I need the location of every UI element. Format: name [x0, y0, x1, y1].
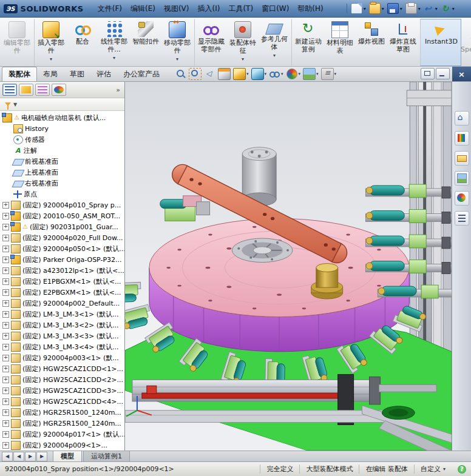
- custom-dropdown[interactable]: 自定义 ▾: [414, 464, 452, 474]
- tree-item[interactable]: + ⚠ (固定) 920004p003<1> (默...: [0, 352, 124, 363]
- expand-icon[interactable]: +: [2, 398, 9, 405]
- feature-manager-tab-icon[interactable]: [2, 84, 17, 96]
- graphics-viewport[interactable]: [125, 82, 452, 451]
- tree-item[interactable]: + ⚠ 右视基准面: [0, 178, 124, 189]
- section-view-icon[interactable]: ▾: [217, 68, 231, 80]
- tree-item[interactable]: + ⚠ (固定) 920004p017<1> (默认...: [0, 429, 124, 440]
- expand-icon[interactable]: +: [2, 387, 9, 394]
- display-style-icon[interactable]: ▾: [251, 68, 268, 80]
- ribbon-button[interactable]: 爆炸视图 ▾: [356, 19, 387, 66]
- print-icon[interactable]: ▾: [405, 3, 422, 14]
- view-settings-icon[interactable]: ▾: [320, 68, 337, 80]
- ribbon-button[interactable]: 移动零部件 ▾: [161, 19, 193, 66]
- menu-item[interactable]: 视图(V): [160, 2, 194, 16]
- expand-icon[interactable]: +: [2, 409, 9, 416]
- dropdown-caret-icon[interactable]: ▾: [400, 6, 402, 12]
- ribbon-button[interactable]: 参考几何体 ▾: [259, 19, 290, 66]
- tree-item[interactable]: + ⚠ (固定) HGW25CAZ1CDD<3>...: [0, 385, 124, 396]
- ribbon-button[interactable]: 装配体特征 ▾: [227, 19, 259, 66]
- ribbon-button[interactable]: 线性零部件... ▾: [98, 19, 130, 66]
- tree-item[interactable]: + ⚠ (固定) LM-3_LM-3<4> (默认...: [0, 341, 124, 352]
- hide-show-items-icon[interactable]: ▾: [268, 69, 284, 79]
- tree-item[interactable]: + ⚠ (固定) HGW25CAZ1CDD<2>...: [0, 374, 124, 385]
- expand-icon[interactable]: +: [2, 333, 9, 340]
- apply-scene-icon[interactable]: ▾: [302, 68, 319, 80]
- configuration-manager-tab-icon[interactable]: [35, 84, 50, 96]
- expand-icon[interactable]: +: [2, 224, 9, 230]
- expand-icon[interactable]: +: [2, 420, 9, 427]
- expand-icon[interactable]: +: [2, 300, 9, 307]
- tree-item[interactable]: + ⚠ (固定) E2PBGXM<1> (默认<...: [0, 287, 124, 298]
- menu-item[interactable]: 插入(I): [194, 2, 225, 16]
- view-palette-icon[interactable]: [455, 171, 469, 186]
- gold-bushing[interactable]: [311, 264, 343, 299]
- ribbon-button[interactable]: 显示隐藏零部件 ▾: [194, 19, 227, 66]
- last-tab-icon[interactable]: ▶: [36, 452, 47, 461]
- tree-item[interactable]: + ⚠ 上视基准面: [0, 167, 124, 178]
- ribbon-button[interactable]: 编辑零部件 ▾: [1, 19, 33, 66]
- tree-item[interactable]: + ⚠ (固定) HGR25R1500_1240m...: [0, 418, 124, 429]
- tree-item[interactable]: + ⚠ (固定) Parker Origa-OSP-P32...: [0, 254, 124, 265]
- ribbon-button[interactable]: 更新Speedpak ▾: [461, 19, 471, 66]
- model-tab[interactable]: 运动算例1: [83, 451, 130, 462]
- tree-item[interactable]: + ⚠ (固定) HGW25CAZ1CDD<4>...: [0, 396, 124, 407]
- ribbon-button[interactable]: Instant3D ▾: [420, 19, 461, 66]
- property-manager-tab-icon[interactable]: [19, 84, 33, 96]
- edit-appearance-icon[interactable]: ▾: [285, 68, 302, 80]
- menu-item[interactable]: 文件(F): [93, 2, 126, 16]
- command-tab[interactable]: 草图: [64, 67, 90, 81]
- ribbon-button[interactable]: 配合 ▾: [67, 19, 98, 66]
- tree-item[interactable]: + ⚠ (固定) 902031p001_Guar...: [0, 221, 124, 232]
- tree-item[interactable]: + ⚠ (固定) HGW25CAZ1CDD<1>...: [0, 363, 124, 374]
- assembly-3d-view[interactable]: [125, 82, 452, 451]
- ribbon-button[interactable]: 插入零部件 ▾: [34, 19, 67, 66]
- expand-icon[interactable]: +: [2, 289, 9, 296]
- tree-item[interactable]: + ⚠ (固定) 20010-050_ASM_ROT...: [0, 210, 124, 221]
- minimize-window-icon[interactable]: [436, 68, 450, 79]
- expand-icon[interactable]: +: [2, 278, 9, 285]
- tree-item[interactable]: + ⚠ (固定) LM-3_LM-3<1> (默认...: [0, 309, 124, 320]
- tree-item[interactable]: + ⚠ 传感器: [0, 134, 124, 145]
- expand-icon[interactable]: +: [2, 431, 9, 438]
- design-library-icon[interactable]: [455, 131, 469, 146]
- panel-overflow-button[interactable]: »: [114, 86, 122, 94]
- tree-item[interactable]: + ⚠ 电机磁铁自动组装机 (默认...: [0, 112, 124, 123]
- file-explorer-icon[interactable]: [455, 151, 469, 166]
- custom-properties-icon[interactable]: [455, 211, 469, 226]
- expand-icon[interactable]: +: [2, 213, 9, 220]
- tree-item[interactable]: + ⚠ (固定) 920004p050<1> (默认...: [0, 243, 124, 254]
- next-tab-icon[interactable]: ▶: [25, 452, 36, 461]
- expand-icon[interactable]: +: [2, 442, 9, 449]
- save-icon[interactable]: ▾: [387, 3, 404, 14]
- expand-icon[interactable]: +: [2, 202, 9, 209]
- expand-icon[interactable]: +: [2, 355, 9, 361]
- zoom-area-icon[interactable]: ▾: [188, 68, 202, 80]
- tree-item[interactable]: + ⚠ (固定) LM-3_LM-3<3> (默认...: [0, 330, 124, 341]
- menu-item[interactable]: 帮助(H): [293, 2, 327, 16]
- tree-item[interactable]: + ⚠ 前视基准面: [0, 156, 124, 167]
- tree-item[interactable]: + ⚠ (固定) HGR25R1500_1240m...: [0, 407, 124, 418]
- dropdown-caret-icon[interactable]: ▾: [452, 6, 455, 12]
- undo-icon[interactable]: ▾: [424, 4, 439, 13]
- view-orientation-icon[interactable]: ▾: [232, 68, 249, 80]
- tree-item[interactable]: + ⚠ 注解: [0, 145, 124, 156]
- previous-view-icon[interactable]: ▾: [203, 69, 216, 79]
- command-tab[interactable]: 办公室产品: [117, 67, 166, 81]
- filter-caret-icon[interactable]: ▼: [13, 102, 17, 107]
- command-tab[interactable]: 布局: [37, 67, 64, 81]
- tree-filter-bar[interactable]: ▼: [0, 98, 124, 111]
- expand-icon[interactable]: +: [2, 377, 9, 383]
- expand-icon[interactable]: +: [2, 344, 9, 350]
- dropdown-caret-icon[interactable]: ▾: [382, 6, 384, 12]
- ribbon-button[interactable]: 智能扣件 ▾: [130, 19, 161, 66]
- tree-item[interactable]: + ⚠ (固定) LM-3_LM-3<2> (默认...: [0, 320, 124, 330]
- center-hub[interactable]: [232, 238, 293, 263]
- expand-icon[interactable]: +: [2, 366, 9, 372]
- menu-item[interactable]: 窗口(W): [257, 2, 293, 16]
- expand-icon[interactable]: +: [2, 322, 9, 329]
- previous-tab-icon[interactable]: ◀: [13, 452, 24, 461]
- tree-item[interactable]: + ⚠ (固定) 920004p010_Spray p...: [0, 199, 124, 210]
- tree-item[interactable]: + ⚠ 原点: [0, 189, 124, 199]
- expand-icon[interactable]: +: [2, 235, 9, 241]
- zoom-fit-icon[interactable]: ▾: [174, 69, 187, 79]
